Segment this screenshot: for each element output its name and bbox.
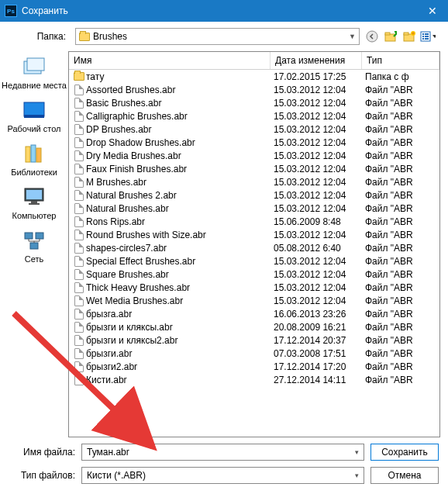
table-row[interactable]: Special Effect Brushes.abr15.03.2012 12:… — [69, 254, 439, 268]
new-folder-button[interactable] — [401, 29, 417, 44]
file-icon — [72, 230, 86, 240]
svg-rect-18 — [31, 145, 36, 162]
file-name: брызги.abr — [86, 348, 274, 359]
col-type[interactable]: Тип — [362, 52, 439, 69]
file-icon — [72, 98, 86, 109]
place-network[interactable]: Сеть — [22, 230, 47, 264]
file-type: Файл "ABR — [365, 137, 436, 148]
file-icon — [72, 335, 86, 346]
file-date: 15.03.2012 12:04 — [274, 203, 365, 214]
nav-toolbar — [364, 29, 436, 44]
filetype-label: Тип файлов: — [9, 470, 75, 481]
file-icon — [72, 309, 86, 320]
col-date[interactable]: Дата изменения — [271, 52, 362, 69]
svg-rect-19 — [36, 148, 41, 162]
table-row[interactable]: Faux Finish Brushes.abr15.03.2012 12:04Ф… — [69, 162, 439, 175]
table-row[interactable]: Drop Shadow Brushes.abr15.03.2012 12:04Ф… — [69, 136, 439, 149]
save-button[interactable]: Сохранить — [370, 444, 439, 461]
file-type: Файл "ABR — [365, 111, 436, 122]
file-name: брызга.abr — [86, 309, 274, 320]
chevron-down-icon: ▼ — [349, 33, 356, 40]
network-icon — [22, 230, 47, 251]
views-button[interactable] — [420, 29, 436, 44]
file-name: Drop Shadow Brushes.abr — [86, 137, 274, 148]
file-date: 15.03.2012 12:04 — [274, 269, 365, 280]
table-row[interactable]: Кисти.abr27.12.2014 14:11Файл "ABR — [69, 373, 439, 386]
svg-rect-25 — [36, 233, 43, 239]
table-row[interactable]: Thick Heavy Brushes.abr15.03.2012 12:04Ф… — [69, 281, 439, 294]
table-row[interactable]: Natural Brushes.abr15.03.2012 12:04Файл … — [69, 202, 439, 215]
svg-rect-12 — [425, 38, 429, 40]
svg-rect-23 — [29, 203, 40, 205]
svg-rect-10 — [425, 33, 429, 35]
table-row[interactable]: брызги.abr07.03.2008 17:51Файл "ABR — [69, 347, 439, 360]
file-date: 15.03.2012 12:04 — [274, 256, 365, 267]
file-icon — [72, 190, 86, 201]
file-name: DP Brushes.abr — [86, 124, 274, 135]
back-button[interactable] — [364, 29, 380, 44]
filename-label: Имя файла: — [9, 447, 75, 458]
place-computer[interactable]: Компьютер — [12, 186, 57, 220]
filename-input[interactable]: Туман.abr — [81, 444, 364, 461]
file-name: брызги и кляксы.abr — [86, 322, 274, 333]
table-row[interactable]: Calligraphic Brushes.abr15.03.2012 12:04… — [69, 109, 439, 123]
table-row[interactable]: Dry Media Brushes.abr15.03.2012 12:04Фай… — [69, 149, 439, 162]
place-recent[interactable]: Недавние места — [2, 56, 67, 90]
file-date: 15.03.2012 12:04 — [274, 137, 365, 148]
table-row[interactable]: Square Brushes.abr15.03.2012 12:04Файл "… — [69, 268, 439, 281]
file-icon — [72, 243, 86, 254]
table-row[interactable]: брызга.abr16.06.2013 23:26Файл "ABR — [69, 307, 439, 320]
up-button[interactable] — [383, 29, 398, 44]
table-row[interactable]: Natural Brushes 2.abr15.03.2012 12:04Фай… — [69, 188, 439, 202]
file-type: Файл "ABR — [365, 124, 436, 135]
recent-icon — [22, 56, 47, 78]
file-date: 20.08.2009 16:21 — [274, 322, 365, 333]
table-row[interactable]: брызги2.abr17.12.2014 17:20Файл "ABR — [69, 360, 439, 373]
svg-rect-2 — [385, 33, 390, 35]
file-date: 27.12.2014 14:11 — [274, 375, 365, 385]
folder-dropdown[interactable]: Brushes ▼ — [75, 28, 360, 45]
main-area: Недавние места Рабочий стол Библиотеки К… — [0, 51, 448, 439]
bottom-panel: Имя файла: Туман.abr Сохранить Тип файло… — [0, 439, 448, 494]
file-name: Natural Brushes.abr — [86, 203, 274, 214]
table-row[interactable]: DP Brushes.abr15.03.2012 12:04Файл "ABR — [69, 123, 439, 136]
place-libraries[interactable]: Библиотеки — [11, 143, 57, 177]
table-row[interactable]: shapes-circles7.abr05.08.2012 6:40Файл "… — [69, 241, 439, 254]
file-type: Файл "ABR — [365, 375, 436, 385]
file-name: shapes-circles7.abr — [86, 243, 274, 254]
filetype-dropdown[interactable]: Кисти (*.ABR) — [81, 467, 364, 484]
table-row[interactable]: брызги и кляксы.abr20.08.2009 16:21Файл … — [69, 320, 439, 333]
file-date: 15.03.2012 12:04 — [274, 282, 365, 293]
close-button[interactable]: ✕ — [417, 0, 448, 22]
table-row[interactable]: M Brushes.abr15.03.2012 12:04Файл "ABR — [69, 175, 439, 188]
file-date: 15.03.2012 12:04 — [274, 177, 365, 188]
folder-icon — [72, 72, 86, 81]
table-row[interactable]: Assorted Brushes.abr15.03.2012 12:04Файл… — [69, 83, 439, 96]
file-name: брызги и кляксы2.abr — [86, 335, 274, 346]
file-type: Файл "ABR — [365, 256, 436, 267]
libraries-icon — [22, 143, 47, 164]
svg-rect-4 — [404, 33, 408, 35]
table-row[interactable]: Round Brushes with Size.abr15.03.2012 12… — [69, 228, 439, 241]
table-row[interactable]: Rons Rips.abr15.06.2009 8:48Файл "ABR — [69, 215, 439, 228]
file-type: Файл "ABR — [365, 177, 436, 188]
file-type: Файл "ABR — [365, 295, 436, 306]
file-type: Файл "ABR — [365, 190, 436, 201]
file-date: 15.03.2012 12:04 — [274, 98, 365, 109]
file-icon — [72, 150, 86, 161]
file-area: Имя Дата изменения Тип тату17.02.2015 17… — [68, 51, 440, 437]
file-type: Файл "ABR — [365, 203, 436, 214]
table-row[interactable]: тату17.02.2015 17:25Папка с ф — [69, 70, 439, 83]
table-row[interactable]: Basic Brushes.abr15.03.2012 12:04Файл "A… — [69, 96, 439, 109]
col-name[interactable]: Имя — [69, 52, 271, 69]
file-name: Thick Heavy Brushes.abr — [86, 282, 274, 293]
svg-rect-14 — [27, 58, 44, 71]
file-date: 15.03.2012 12:04 — [274, 85, 365, 95]
file-list[interactable]: тату17.02.2015 17:25Папка с фAssorted Br… — [69, 70, 439, 437]
place-desktop[interactable]: Рабочий стол — [7, 99, 60, 133]
table-row[interactable]: брызги и кляксы2.abr17.12.2014 20:37Файл… — [69, 333, 439, 347]
table-row[interactable]: Wet Media Brushes.abr15.03.2012 12:04Фай… — [69, 294, 439, 307]
file-icon — [72, 203, 86, 214]
file-type: Файл "ABR — [365, 322, 436, 333]
cancel-button[interactable]: Отмена — [370, 467, 439, 484]
